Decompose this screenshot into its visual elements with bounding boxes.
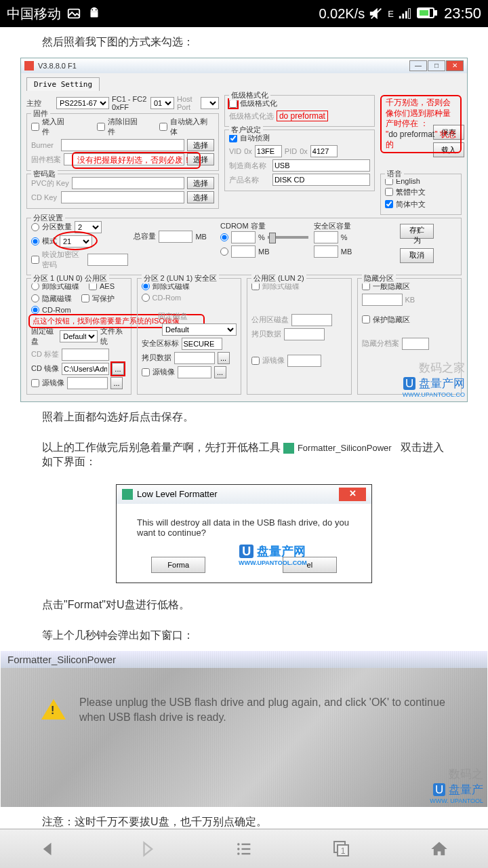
input-srcimg2[interactable]	[178, 366, 211, 378]
input-copydata[interactable]	[174, 352, 215, 364]
android-icon	[87, 6, 102, 21]
para-4: 点击"Format"对U盘进行低格。	[0, 590, 488, 620]
slider-cdrom[interactable]	[268, 236, 308, 239]
tool-icon	[283, 443, 294, 454]
cb-wp[interactable]	[81, 294, 89, 302]
input-pid[interactable]	[310, 145, 338, 157]
cb-autodetect[interactable]	[229, 134, 237, 142]
label-srcimg1: 源镜像	[42, 378, 64, 388]
btn-select-burner[interactable]: 选择	[187, 139, 214, 151]
input-pvc[interactable]	[72, 177, 184, 189]
input-burner[interactable]	[61, 139, 184, 151]
tab-drive-setting[interactable]: Drive Setting	[26, 77, 100, 91]
maximize-button[interactable]: □	[428, 60, 445, 71]
input-hidefile[interactable]	[402, 338, 429, 350]
input-hide-kb[interactable]	[362, 294, 403, 306]
select-hostport[interactable]	[201, 97, 219, 109]
input-safe-mb[interactable]	[314, 245, 338, 258]
input-product[interactable]	[272, 174, 370, 186]
btn-copydata[interactable]: ...	[218, 352, 230, 364]
label-cdrom1: CD-Rom	[42, 306, 71, 314]
radio-partcnt[interactable]	[31, 223, 39, 231]
format-button[interactable]: Forma	[151, 557, 205, 573]
input-vid[interactable]	[255, 145, 282, 157]
input-pubdisk[interactable]	[291, 314, 332, 326]
input-cdimg[interactable]	[62, 363, 109, 375]
input-srcimg1[interactable]	[67, 377, 108, 389]
input-vendor[interactable]	[272, 159, 370, 172]
group-password: 密码匙	[31, 169, 58, 179]
nav-menu-button[interactable]	[195, 829, 293, 868]
watermark-2: U 盘量产网 WWW.UPANTOOL.COM	[239, 543, 307, 566]
group-p2: 分区 2 (LUN 1) 安全区	[142, 273, 220, 283]
network-type: E	[388, 9, 394, 19]
input-safelabel[interactable]	[182, 338, 222, 350]
select-controller[interactable]: PS2251-67	[56, 97, 109, 109]
nav-back-button[interactable]	[0, 829, 98, 868]
radio-cdrom-mb[interactable]	[220, 248, 228, 256]
svg-rect-17	[242, 852, 251, 854]
cb-srcimg1[interactable]	[31, 379, 39, 387]
btn-sel-cdkey[interactable]: 选择	[187, 191, 214, 203]
input-safe-pct[interactable]	[314, 231, 338, 243]
annotation-lowfmt-t1: 千万别选，否则会像你们遇到那种量产时停在 ：	[386, 98, 451, 128]
radio-mode[interactable]	[31, 237, 39, 245]
btn-saveas[interactable]: 存贮为	[400, 224, 434, 239]
dialog-close-button[interactable]: ✕	[339, 488, 366, 501]
nav-forward-button[interactable]	[98, 829, 195, 868]
input-total[interactable]	[159, 231, 192, 243]
cb-tc[interactable]	[385, 188, 393, 196]
input-copydata3[interactable]	[284, 328, 325, 340]
btn-srcimg2[interactable]: ...	[214, 366, 226, 378]
label-fixed: 固定磁盘	[31, 326, 57, 347]
cb-sc[interactable]	[385, 200, 393, 208]
label-auto-burn: 自动烧入剩体	[170, 117, 214, 137]
label-vid: VID	[229, 147, 241, 155]
select-fixed[interactable]: Default	[60, 330, 98, 342]
btn-sel-pvc[interactable]: 选择	[187, 177, 214, 189]
cb-srcimg2[interactable]	[142, 368, 150, 376]
svg-rect-13	[242, 843, 251, 844]
input-cdkey[interactable]	[61, 191, 184, 203]
radio-p1-hide[interactable]	[31, 294, 39, 302]
mute-icon	[369, 6, 384, 21]
select-p2-def[interactable]: Default	[162, 323, 237, 336]
carrier-label: 中国移动	[7, 5, 61, 23]
cb-prothide[interactable]	[362, 315, 370, 323]
btn-browse-iso[interactable]: ...	[112, 363, 124, 375]
input-hidepw[interactable]	[87, 254, 128, 266]
svg-rect-5	[399, 16, 401, 19]
cb-hidepw[interactable]	[31, 256, 39, 264]
cb-normalhide[interactable]	[362, 282, 370, 290]
cb-srcimg3[interactable]	[251, 357, 260, 365]
cb-burn-fw[interactable]	[31, 123, 39, 131]
radio-p2-cdrom[interactable]	[142, 294, 150, 302]
article-scroll[interactable]: 然后照着我下图的方式来勾选： V3.8.8.0 F1 — □ ✕ Drive S…	[0, 27, 488, 837]
radio-p1-cdrom[interactable]	[31, 306, 39, 314]
label-mb2: MB	[258, 248, 270, 256]
cb-auto-burn[interactable]	[159, 123, 167, 131]
input-cdrom-pct[interactable]	[231, 231, 256, 243]
photo-dialog-message: Please unplug the USB flash drive and pl…	[79, 695, 447, 726]
btn-cancel[interactable]: 取消	[400, 248, 434, 263]
nav-home-button[interactable]	[390, 829, 488, 868]
close-button[interactable]: ✕	[446, 60, 464, 71]
label-clear-old: 清除旧固件	[108, 117, 144, 137]
btn-srcimg1[interactable]: ...	[110, 377, 123, 389]
minimize-button[interactable]: —	[409, 60, 427, 71]
cb-clear-old[interactable]	[97, 123, 105, 131]
input-srcimg3[interactable]	[287, 355, 321, 367]
select-fc[interactable]: 01	[150, 97, 174, 109]
nav-tabs-button[interactable]: 1	[293, 829, 390, 868]
input-cdlabel[interactable]	[62, 349, 109, 361]
radio-p1-remove[interactable]	[31, 282, 39, 290]
cb-aes[interactable]	[89, 282, 97, 290]
cb-lowfmt[interactable]	[229, 100, 237, 108]
label-aes: AES	[100, 282, 115, 290]
radio-p2-remove[interactable]	[142, 282, 150, 290]
input-cdrom-mb[interactable]	[231, 245, 256, 258]
radio-cdrom-pct[interactable]	[220, 233, 228, 241]
annotation-preformat: do preformat	[277, 111, 328, 121]
cb-p3-remove[interactable]	[251, 282, 260, 290]
label-safelabel: 安全区标标	[142, 338, 179, 349]
